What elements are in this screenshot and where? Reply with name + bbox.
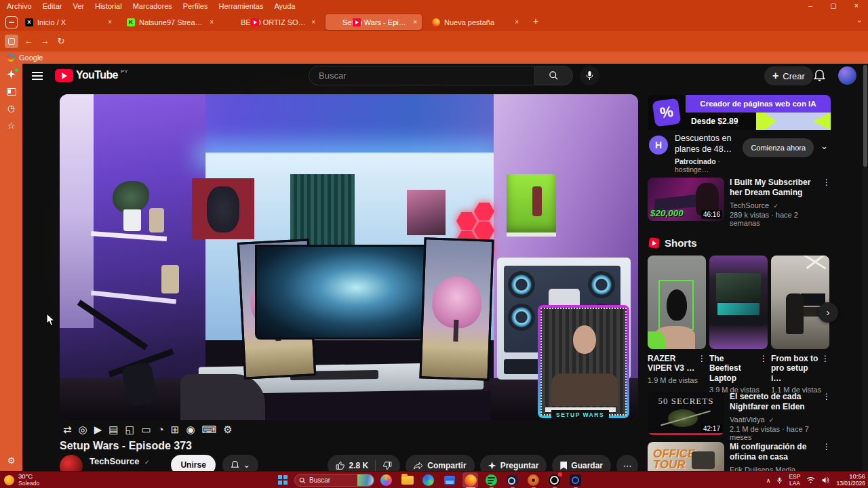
video-thumbnail[interactable]: $20,000 46:16 — [648, 178, 724, 221]
short-item[interactable]: The Beefiest Laptop ⋮ 3.9 M de vistas — [709, 256, 768, 394]
maximize-button[interactable]: ▢ — [822, 0, 845, 12]
tab-close-icon[interactable]: × — [311, 18, 315, 26]
volume-icon[interactable] — [821, 476, 830, 484]
cinema-mode-icon[interactable]: ▭ — [142, 424, 151, 436]
video-title[interactable]: I Built My Subscriber her Dream Gaming R… — [730, 178, 819, 199]
short-title[interactable]: The Beefiest Laptop — [709, 354, 757, 383]
tabs-panel-icon[interactable] — [7, 88, 16, 96]
copilot-app-icon[interactable] — [378, 472, 394, 488]
youtube-logo[interactable]: YouTube PY — [55, 69, 128, 82]
broadcast-icon[interactable]: ◎ — [79, 424, 87, 436]
short-thumbnail[interactable] — [709, 256, 768, 349]
add-box-icon[interactable]: ⊞ — [171, 424, 180, 436]
weather-widget[interactable]: 30°C Soleado — [4, 473, 39, 487]
filmstrip-icon[interactable]: ▤ — [108, 424, 118, 436]
gear-icon[interactable]: ⚙ — [223, 424, 232, 436]
ad-cta-button[interactable]: Comienza ahora — [743, 138, 814, 157]
suggested-video[interactable]: 50 SECRETS 42:17 El secreto de cada Nigh… — [648, 392, 831, 441]
settings-gear-icon[interactable]: ⚙ — [0, 455, 22, 466]
screenshot-icon[interactable]: ◉ — [186, 424, 195, 436]
tab-nueva-pestana[interactable]: Nueva pestaña × — [427, 14, 524, 30]
short-item[interactable]: RAZER VIPER V3 … ⋮ 1.9 M de vistas — [648, 256, 706, 394]
firefox-app-icon[interactable] — [462, 472, 478, 488]
channel-avatar[interactable] — [60, 455, 83, 471]
channel-name[interactable]: TechSource — [90, 456, 139, 466]
create-button[interactable]: + Crear — [764, 66, 813, 85]
tab-close-icon[interactable]: × — [108, 18, 112, 26]
tab-kick-stream[interactable]: K Natsune97 Stream - Watch Live × — [122, 14, 218, 30]
close-button[interactable]: × — [845, 0, 868, 12]
short-title[interactable]: From box to pro setup i… — [771, 354, 818, 383]
advertiser-avatar[interactable]: H — [649, 136, 668, 155]
short-title[interactable]: RAZER VIPER V3 … — [648, 354, 695, 373]
page-scrollbar[interactable] — [863, 64, 868, 471]
save-button[interactable]: Guardar — [552, 455, 611, 471]
channel-name[interactable]: Erik Duijsens Media — [730, 466, 795, 471]
short-menu-icon[interactable]: ⋮ — [821, 354, 829, 383]
history-icon[interactable]: ◷ — [0, 103, 22, 113]
store-app-icon[interactable] — [441, 472, 457, 488]
hidden-icons-chevron[interactable]: ∧ — [766, 477, 771, 484]
video-menu-icon[interactable]: ⋮ — [823, 392, 831, 441]
search-button[interactable] — [535, 66, 573, 85]
more-actions-button[interactable]: ⋯ — [616, 455, 638, 471]
video-title[interactable]: Mi configuración de oficina en casa defi… — [730, 442, 819, 463]
suggested-video[interactable]: $20,000 46:16 I Built My Subscriber her … — [648, 178, 831, 227]
ad-title-line1[interactable]: Descuentos en — [675, 133, 737, 144]
menu-editar[interactable]: Editar — [43, 2, 62, 10]
tab-close-icon[interactable]: × — [413, 18, 417, 26]
bookmark-google[interactable]: Google — [19, 54, 43, 62]
video-menu-icon[interactable]: ⋮ — [823, 442, 831, 471]
guide-menu-icon[interactable] — [32, 72, 43, 80]
tab-inicio-x[interactable]: X Inicio / X × — [20, 14, 117, 30]
short-menu-icon[interactable]: ⋮ — [760, 354, 768, 383]
menu-archivo[interactable]: Archivo — [7, 2, 32, 10]
video-title[interactable]: El secreto de cada Nightfarer en Elden R… — [730, 392, 819, 413]
menu-historial[interactable]: Historial — [95, 2, 122, 10]
brave-app-icon[interactable] — [526, 472, 541, 488]
video-player[interactable]: SETUP WARS — [60, 94, 638, 420]
share-button[interactable]: Compartir — [406, 455, 474, 471]
tab-close-icon[interactable]: × — [210, 18, 214, 26]
short-item[interactable]: From box to pro setup i… ⋮ 1.1 M de vist… — [771, 256, 829, 394]
avatar[interactable] — [838, 66, 856, 85]
short-thumbnail[interactable] — [648, 256, 706, 349]
search-highlight-image[interactable] — [357, 474, 374, 486]
oculus-app-icon[interactable] — [568, 472, 583, 488]
loop-icon[interactable]: ⇄ — [63, 424, 72, 436]
pip-mode-icon[interactable]: ◱ — [125, 424, 134, 436]
ad-expand-icon[interactable]: ⌄ — [821, 141, 828, 151]
join-button[interactable]: Unirse — [171, 455, 215, 471]
shorts-next-button[interactable]: › — [818, 302, 838, 323]
clock-widget[interactable]: 10:56 13/01/2026 — [836, 473, 865, 487]
wifi-icon[interactable] — [806, 476, 815, 484]
favorites-icon[interactable]: ☆ — [0, 121, 22, 131]
video-thumbnail[interactable]: OFFICE TOUR — [648, 442, 724, 471]
tab-close-icon[interactable]: × — [515, 18, 519, 26]
sidebar-toggle-icon[interactable] — [5, 35, 18, 48]
edge-app-icon[interactable] — [420, 472, 436, 488]
back-icon[interactable]: ← — [22, 36, 35, 46]
menu-perfiles[interactable]: Perfiles — [183, 2, 208, 10]
new-tab-button[interactable]: + — [533, 16, 538, 26]
ad-title-line2[interactable]: planes de 48… — [675, 144, 737, 155]
suggested-video[interactable]: OFFICE TOUR Mi configuración de oficina … — [648, 442, 831, 471]
player-settings-icon[interactable]: ▶ — [94, 424, 102, 436]
speed-icon[interactable]: ◔ — [158, 424, 164, 436]
keyboard-icon[interactable]: ⌨ — [202, 424, 217, 436]
list-all-tabs-icon[interactable]: ⌄ — [856, 16, 863, 24]
menu-marcadores[interactable]: Marcadores — [133, 2, 172, 10]
forward-icon[interactable]: → — [38, 36, 52, 46]
notifications-button[interactable] — [813, 68, 826, 85]
scrollbar-thumb[interactable] — [863, 65, 867, 167]
like-dislike-pill[interactable]: 2.8 K — [328, 455, 401, 471]
taskbar-search-box[interactable]: Buscar — [294, 474, 374, 487]
menu-herramientas[interactable]: Herramientas — [218, 2, 263, 10]
channel-name[interactable]: TechSource — [730, 201, 769, 209]
youtube-search-box[interactable] — [309, 66, 535, 85]
short-menu-icon[interactable]: ⋮ — [698, 354, 706, 373]
video-thumbnail[interactable]: 50 SECRETS 42:17 — [648, 392, 724, 435]
search-input[interactable] — [319, 70, 534, 81]
voice-search-button[interactable] — [580, 66, 599, 85]
file-explorer-app-icon[interactable] — [399, 472, 415, 488]
